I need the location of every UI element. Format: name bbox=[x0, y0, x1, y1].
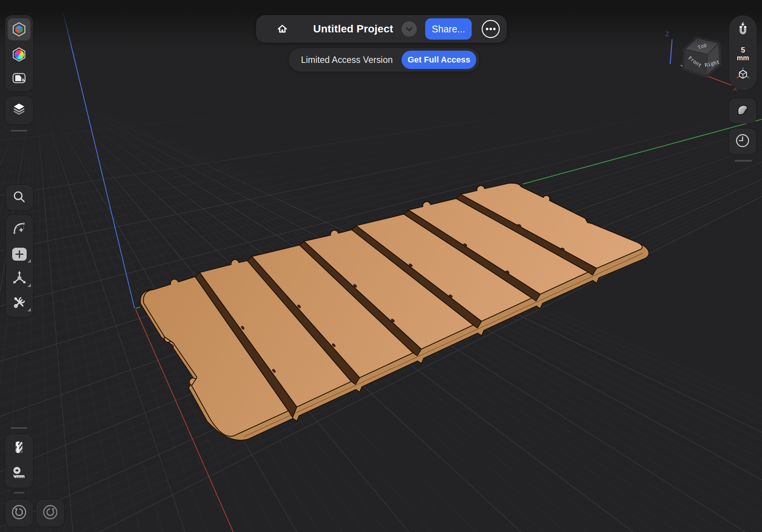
viewport-3d[interactable]: TopFrontRightZX bbox=[0, 0, 762, 532]
view-cube[interactable]: TopFrontRightZX bbox=[665, 31, 736, 92]
orientation-axes-icon[interactable] bbox=[734, 66, 752, 85]
modeling-tool-button[interactable] bbox=[5, 18, 33, 41]
submenu-indicator bbox=[27, 284, 31, 287]
model-slatted-panel[interactable] bbox=[140, 183, 649, 441]
search-button[interactable] bbox=[6, 185, 33, 210]
drawing-sheet-icon bbox=[11, 70, 27, 88]
sketch-tool-button[interactable] bbox=[6, 217, 33, 241]
search-toolbar bbox=[6, 185, 33, 210]
move-arrows-icon bbox=[11, 269, 28, 288]
drawing-tool-button[interactable] bbox=[5, 67, 33, 91]
main-mode-toolbar bbox=[5, 15, 33, 91]
display-mode-button[interactable] bbox=[729, 98, 756, 123]
undo-arrow-icon bbox=[10, 503, 28, 522]
redo-button[interactable] bbox=[36, 499, 64, 527]
submenu-indicator bbox=[27, 308, 31, 311]
share-button[interactable]: Share... bbox=[425, 18, 472, 40]
axis-z-label: Z bbox=[665, 31, 669, 38]
measure-tape-icon bbox=[11, 465, 27, 483]
layers-icon bbox=[11, 102, 27, 119]
items-panel-toolbar bbox=[5, 96, 33, 125]
home-icon[interactable] bbox=[274, 21, 290, 37]
tools-menu-button[interactable] bbox=[6, 291, 33, 315]
toolbar-divider bbox=[735, 160, 752, 162]
toolbar-divider bbox=[14, 492, 24, 494]
toolbar-divider bbox=[11, 130, 27, 131]
modeling-cube-icon bbox=[8, 18, 30, 40]
snap-settings-pill[interactable]: 5 mm bbox=[729, 15, 757, 91]
section-tool-button[interactable] bbox=[5, 436, 33, 461]
search-icon bbox=[11, 189, 28, 207]
toolbar-divider bbox=[11, 427, 27, 429]
snap-unit: mm bbox=[737, 54, 749, 62]
plus-icon bbox=[12, 248, 27, 261]
get-full-access-button[interactable]: Get Full Access bbox=[402, 51, 476, 69]
history-clock-icon bbox=[734, 132, 751, 151]
shaded-solid-icon bbox=[734, 101, 751, 120]
project-titlebar: Untitled Project Share... bbox=[256, 15, 507, 43]
license-banner: Limited Access Version Get Full Access bbox=[289, 48, 479, 72]
utility-toolbar bbox=[5, 434, 33, 488]
magnet-snap-icon[interactable] bbox=[735, 21, 751, 40]
undo-button[interactable] bbox=[5, 499, 33, 527]
history-button[interactable] bbox=[729, 128, 756, 154]
redo-arrow-icon bbox=[42, 503, 59, 522]
color-wheel-icon bbox=[11, 46, 27, 62]
modeling-tools-toolbar bbox=[6, 215, 33, 317]
project-title[interactable]: Untitled Project bbox=[313, 23, 393, 35]
add-tool-button[interactable] bbox=[6, 242, 33, 266]
app-window: { "topbar": { "title": "Untitled Project… bbox=[0, 0, 762, 532]
license-banner-label: Limited Access Version bbox=[301, 55, 393, 65]
visualization-tool-button[interactable] bbox=[5, 43, 33, 66]
measure-tool-button[interactable] bbox=[5, 461, 33, 486]
snap-value: 5 bbox=[741, 46, 745, 54]
section-hatch-icon bbox=[11, 439, 27, 458]
wrench-screwdriver-icon bbox=[11, 294, 28, 312]
submenu-indicator bbox=[27, 259, 31, 263]
transform-tool-button[interactable] bbox=[6, 267, 33, 290]
ellipsis-icon[interactable] bbox=[481, 19, 501, 39]
items-panel-button[interactable] bbox=[5, 96, 33, 125]
arc-sketch-icon bbox=[11, 220, 28, 238]
chevron-down-icon[interactable] bbox=[402, 21, 417, 37]
